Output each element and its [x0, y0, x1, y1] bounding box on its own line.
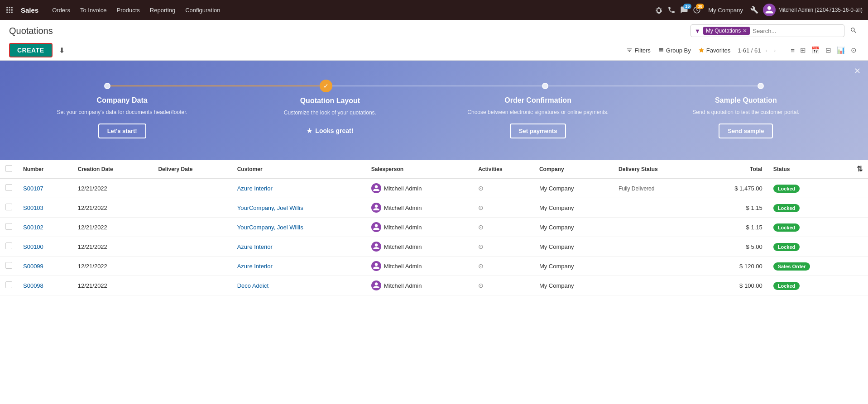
row-total-0: $ 1,475.00: [700, 178, 768, 198]
row-number-5[interactable]: S00098: [18, 276, 72, 295]
row-salesperson-4: Mitchell Admin: [366, 257, 473, 276]
row-number-3[interactable]: S00100: [18, 237, 72, 257]
chat-icon-btn[interactable]: 15: [680, 6, 688, 14]
toolbar-filters: Filters Group By Favorites 1-61 / 61 ‹ ›…: [626, 44, 859, 56]
row-checkbox-5[interactable]: [0, 276, 18, 295]
row-delivery-status-4: [613, 257, 700, 276]
step2-button[interactable]: ★ ★ Looks great! Looks great!: [298, 124, 361, 138]
row-delivery-status-5: [613, 276, 700, 295]
col-company[interactable]: Company: [534, 160, 613, 178]
row-creation-date-3: 12/21/2022: [72, 237, 153, 257]
step-company-data: Company Data Set your company's data for…: [18, 96, 226, 138]
step-order-confirmation: Order Confirmation Choose between electr…: [434, 96, 642, 138]
row-customer-3[interactable]: Azure Interior: [232, 237, 366, 257]
col-delivery-status[interactable]: Delivery Status: [613, 160, 700, 178]
row-number-0[interactable]: S00107: [18, 178, 72, 198]
banner-close-button[interactable]: ✕: [854, 66, 861, 76]
app-name[interactable]: Sales: [21, 6, 38, 14]
sp-avatar-1: [371, 203, 381, 213]
step1-title: Company Data: [27, 96, 217, 105]
row-number-4[interactable]: S00099: [18, 257, 72, 276]
menu-configuration[interactable]: Configuration: [181, 5, 225, 15]
wrench-icon-btn[interactable]: [750, 6, 758, 14]
top-navigation: Sales Orders To Invoice Products Reporti…: [0, 0, 868, 20]
row-activities-0[interactable]: ⊙: [473, 178, 534, 198]
col-activities[interactable]: Activities: [473, 160, 534, 178]
row-checkbox-0[interactable]: [0, 178, 18, 198]
col-adjust[interactable]: ⇅: [851, 160, 868, 178]
col-salesperson[interactable]: Salesperson: [366, 160, 473, 178]
row-total-2: $ 1.15: [700, 218, 768, 237]
row-checkbox-4[interactable]: [0, 257, 18, 276]
row-company-1: My Company: [534, 198, 613, 218]
phone-icon-btn[interactable]: [667, 6, 676, 14]
step3-button[interactable]: Set payments: [510, 124, 566, 138]
col-delivery-date[interactable]: Delivery Date: [153, 160, 231, 178]
pivot-view-button[interactable]: ⊟: [823, 44, 834, 56]
favorites-button[interactable]: Favorites: [698, 47, 730, 54]
step2-desc: Customize the look of your quotations.: [235, 109, 425, 117]
table-header-row: Number Creation Date Delivery Date Custo…: [0, 160, 868, 178]
row-creation-date-2: 12/21/2022: [72, 218, 153, 237]
search-button[interactable]: [848, 26, 859, 36]
menu-reporting[interactable]: Reporting: [145, 5, 180, 15]
row-checkbox-3[interactable]: [0, 237, 18, 257]
row-activities-4[interactable]: ⊙: [473, 257, 534, 276]
row-customer-1[interactable]: YourCompany, Joel Willis: [232, 198, 366, 218]
row-status-4: Sales Order: [768, 257, 851, 276]
my-quotations-tag[interactable]: My Quotations ✕: [703, 27, 750, 35]
menu-orders[interactable]: Orders: [48, 5, 75, 15]
row-checkbox-1[interactable]: [0, 198, 18, 218]
calendar-view-button[interactable]: 📅: [809, 44, 822, 56]
top-menu: Orders To Invoice Products Reporting Con…: [48, 5, 225, 15]
prev-page-button[interactable]: ‹: [764, 46, 769, 55]
row-delivery-status-2: [613, 218, 700, 237]
row-status-3: Locked: [768, 237, 851, 257]
table-row: S00102 12/21/2022 YourCompany, Joel Will…: [0, 218, 868, 237]
col-total[interactable]: Total: [700, 160, 768, 178]
user-menu[interactable]: Mitchell Admin (22047135-16-0-all): [763, 4, 863, 16]
select-all-checkbox[interactable]: [0, 160, 18, 178]
table-row: S00099 12/21/2022 Azure Interior Mitchel…: [0, 257, 868, 276]
col-status[interactable]: Status: [768, 160, 851, 178]
groupby-button[interactable]: Group By: [658, 47, 691, 54]
row-activities-5[interactable]: ⊙: [473, 276, 534, 295]
apps-menu-button[interactable]: [5, 6, 14, 14]
bug-icon-btn[interactable]: [655, 6, 663, 14]
menu-products[interactable]: Products: [112, 5, 144, 15]
search-bar[interactable]: ▼ My Quotations ✕: [691, 24, 844, 37]
step-line-3: [548, 86, 758, 86]
kanban-view-button[interactable]: ⊞: [798, 44, 808, 56]
step4-desc: Send a quotation to test the customer po…: [651, 108, 841, 116]
activity-view-button[interactable]: ⊙: [849, 44, 859, 56]
col-customer[interactable]: Customer: [232, 160, 366, 178]
clock-icon-btn[interactable]: 38: [693, 6, 701, 14]
list-view-button[interactable]: ≡: [788, 45, 797, 56]
col-number[interactable]: Number: [18, 160, 72, 178]
menu-to-invoice[interactable]: To Invoice: [76, 5, 111, 15]
next-page-button[interactable]: ›: [772, 46, 777, 55]
graph-view-button[interactable]: 📊: [834, 44, 848, 56]
row-customer-5[interactable]: Deco Addict: [232, 276, 366, 295]
row-checkbox-2[interactable]: [0, 218, 18, 237]
sp-avatar-5: [371, 280, 381, 290]
company-name[interactable]: My Company: [708, 7, 743, 14]
row-activities-2[interactable]: ⊙: [473, 218, 534, 237]
filters-button[interactable]: Filters: [626, 47, 650, 54]
search-tag-close[interactable]: ✕: [743, 28, 747, 34]
row-salesperson-3: Mitchell Admin: [366, 237, 473, 257]
step1-button[interactable]: Let's start!: [98, 124, 146, 138]
row-number-1[interactable]: S00103: [18, 198, 72, 218]
row-customer-0[interactable]: Azure Interior: [232, 178, 366, 198]
pagination: 1-61 / 61 ‹ ›: [738, 46, 777, 55]
row-customer-4[interactable]: Azure Interior: [232, 257, 366, 276]
row-number-2[interactable]: S00102: [18, 218, 72, 237]
step4-button[interactable]: Send sample: [719, 124, 773, 138]
search-input[interactable]: [753, 28, 840, 34]
row-activities-1[interactable]: ⊙: [473, 198, 534, 218]
create-button[interactable]: CREATE: [9, 43, 53, 57]
row-activities-3[interactable]: ⊙: [473, 237, 534, 257]
download-button[interactable]: ⬇: [56, 44, 67, 57]
col-creation-date[interactable]: Creation Date: [72, 160, 153, 178]
row-customer-2[interactable]: YourCompany, Joel Willis: [232, 218, 366, 237]
